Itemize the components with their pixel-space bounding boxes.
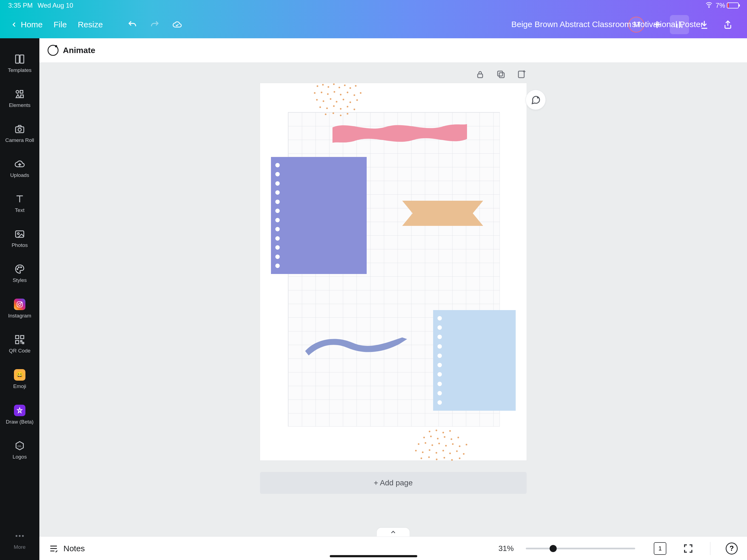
notes-button[interactable]: Notes <box>49 543 85 554</box>
svg-point-8 <box>18 233 19 235</box>
status-date: Wed Aug 10 <box>37 2 73 9</box>
animate-button[interactable]: Animate <box>48 45 95 56</box>
sidebar-item-label: Instagram <box>8 313 31 319</box>
dot-pattern-element[interactable] <box>309 82 367 118</box>
redo-button[interactable] <box>150 20 160 29</box>
svg-point-37 <box>334 91 335 93</box>
sidebar-item-styles[interactable]: Styles <box>0 256 40 291</box>
sidebar-item-more[interactable]: More <box>0 523 40 560</box>
svg-text:co.: co. <box>18 444 22 448</box>
svg-rect-17 <box>16 340 19 344</box>
svg-point-46 <box>343 99 344 100</box>
blue-notepad-element[interactable] <box>433 310 516 411</box>
sidebar-item-uploads[interactable]: Uploads <box>0 151 40 186</box>
app-top-bar: Home File Resize Beige Brown Abstract Cl… <box>0 11 747 38</box>
blue-ribbon-element[interactable] <box>304 332 408 359</box>
svg-rect-4 <box>20 91 23 93</box>
svg-point-45 <box>336 101 337 103</box>
svg-point-77 <box>415 450 417 452</box>
svg-rect-1 <box>16 55 19 63</box>
cloud-upload-icon <box>14 159 25 170</box>
design-canvas[interactable] <box>260 83 526 460</box>
home-indicator <box>330 555 417 557</box>
svg-point-33 <box>355 85 357 87</box>
comment-fab[interactable] <box>525 90 546 110</box>
sidebar-item-photos[interactable]: Photos <box>0 221 40 256</box>
orange-ribbon-element[interactable] <box>402 201 483 226</box>
svg-point-60 <box>436 430 437 431</box>
svg-point-79 <box>429 449 430 451</box>
help-button[interactable]: ? <box>726 542 738 555</box>
sidebar-item-elements[interactable]: Elements <box>0 81 40 116</box>
svg-point-76 <box>466 444 467 446</box>
svg-point-32 <box>350 87 351 89</box>
purple-notepad-element[interactable] <box>271 157 367 274</box>
dot-pattern-element[interactable] <box>413 428 470 464</box>
add-page-label: + Add page <box>374 479 413 487</box>
svg-point-10 <box>18 267 19 268</box>
svg-point-38 <box>340 94 341 96</box>
document-title[interactable]: Beige Brown Abstract Classroom Motivatio… <box>511 20 703 29</box>
expand-timeline-button[interactable] <box>377 528 410 536</box>
svg-point-39 <box>347 92 349 93</box>
zoom-percent[interactable]: 31% <box>498 544 514 553</box>
qr-code-icon <box>14 334 25 345</box>
ios-status-bar: 3:35 PM Wed Aug 10 7% <box>0 0 747 11</box>
sidebar-item-qr-code[interactable]: QR Code <box>0 327 40 361</box>
svg-point-48 <box>356 99 358 101</box>
sidebar-item-templates[interactable]: Templates <box>0 46 40 81</box>
svg-point-53 <box>347 106 349 107</box>
svg-point-87 <box>436 459 437 460</box>
sidebar-item-label: Photos <box>11 242 28 248</box>
palette-icon <box>14 263 25 275</box>
svg-point-72 <box>438 443 440 444</box>
svg-point-3 <box>16 91 19 93</box>
sidebar-item-label: Draw (Beta) <box>6 419 33 425</box>
svg-rect-5 <box>16 127 24 133</box>
svg-point-11 <box>21 267 21 268</box>
svg-point-73 <box>445 445 447 447</box>
home-button[interactable]: Home <box>11 20 43 29</box>
svg-point-69 <box>418 443 419 445</box>
file-menu[interactable]: File <box>54 20 67 29</box>
sidebar-item-text[interactable]: Text <box>0 186 40 221</box>
undo-button[interactable] <box>127 20 137 29</box>
svg-point-6 <box>18 128 21 131</box>
share-button[interactable] <box>720 17 736 33</box>
svg-point-30 <box>338 87 340 88</box>
sidebar-item-label: Camera Roll <box>5 137 34 143</box>
svg-point-84 <box>463 453 465 455</box>
sidebar-item-instagram[interactable]: Instagram <box>0 291 40 327</box>
sidebar-item-camera-roll[interactable]: Camera Roll <box>0 116 40 151</box>
svg-point-26 <box>317 85 318 87</box>
lock-page-button[interactable] <box>475 70 485 79</box>
fullscreen-button[interactable] <box>683 543 694 554</box>
resize-menu[interactable]: Resize <box>78 20 103 29</box>
svg-point-74 <box>452 443 454 445</box>
svg-point-65 <box>437 438 439 439</box>
sidebar-item-label: Templates <box>8 67 32 73</box>
page-indicator[interactable]: 1 <box>654 542 666 555</box>
sidebar-item-emoji[interactable]: 😄 Emoji <box>0 361 40 397</box>
sidebar-item-label: Styles <box>12 277 27 283</box>
svg-point-86 <box>428 456 430 458</box>
svg-point-44 <box>330 98 331 100</box>
svg-point-56 <box>333 112 334 114</box>
animate-icon <box>48 45 58 56</box>
chevron-up-icon <box>390 529 397 536</box>
duplicate-page-button[interactable] <box>496 70 506 79</box>
chevron-left-icon <box>11 21 18 28</box>
pink-wavy-banner-element[interactable] <box>331 119 468 147</box>
svg-point-27 <box>322 84 324 85</box>
zoom-slider[interactable] <box>526 548 635 549</box>
cloud-sync-icon[interactable] <box>172 20 182 29</box>
sidebar-item-draw[interactable]: Draw (Beta) <box>0 397 40 433</box>
battery-indicator: 7% <box>716 2 739 9</box>
svg-point-34 <box>314 92 315 94</box>
comment-plus-icon <box>531 95 541 105</box>
camera-icon <box>14 124 25 134</box>
side-rail: Templates Elements Camera Roll Uploads T… <box>0 38 40 560</box>
sidebar-item-logos[interactable]: co. Logos <box>0 433 40 467</box>
add-page-icon-button[interactable] <box>517 70 526 79</box>
add-page-button[interactable]: + Add page <box>260 472 526 494</box>
